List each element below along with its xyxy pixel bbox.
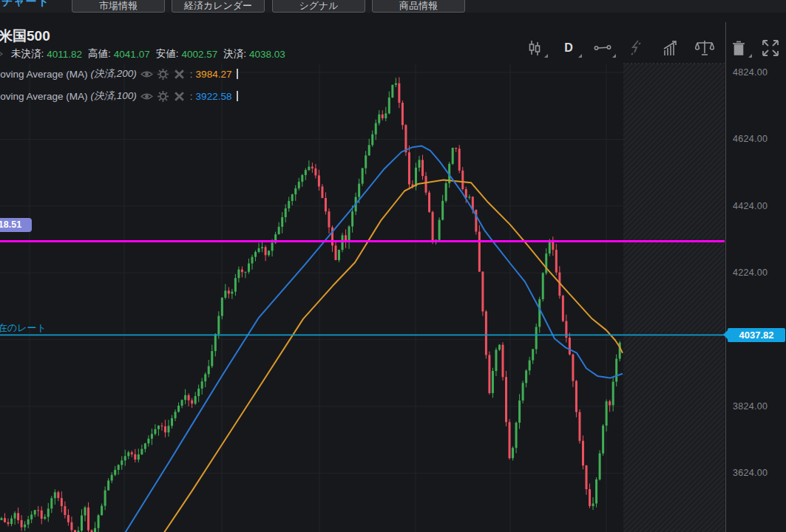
legend-ma200[interactable]: Moving Average (MA) (決済,200) : 3984.27 <box>0 66 238 81</box>
current-rate-label: 現在のレート <box>0 321 47 335</box>
legend-divider <box>237 69 238 79</box>
interval-label: D <box>564 41 573 55</box>
axis-tick-label: 4824.00 <box>733 67 768 78</box>
dropdown-arrow <box>544 54 548 58</box>
chart-toolbar: D <box>518 35 786 61</box>
eye-icon[interactable] <box>0 49 5 59</box>
tab-signal[interactable]: シグナル <box>272 0 365 13</box>
ma200-value: 3984.27 <box>196 69 232 80</box>
legend-colon: : <box>190 69 193 80</box>
tab-bar: チャート 市場情報 経済カレンダー シグナル 商品情報 <box>0 0 786 13</box>
ma200-line <box>163 180 623 532</box>
tab-chart-active[interactable]: チャート <box>1 0 50 9</box>
axis-tick-label: 3624.00 <box>733 468 768 478</box>
tab-product-info[interactable]: 商品情報 <box>372 0 465 13</box>
candles <box>1 78 621 532</box>
gear-icon[interactable] <box>157 69 169 80</box>
high-label: 高値: <box>88 47 111 61</box>
delete-drawings-button[interactable] <box>722 36 756 60</box>
candle-style-button[interactable] <box>518 36 552 60</box>
interval-button[interactable]: D <box>552 36 586 60</box>
low-value: 4002.57 <box>181 49 217 60</box>
compare-button[interactable] <box>620 36 654 60</box>
axis-tick-label: 4224.00 <box>733 267 768 278</box>
open-label: 未決済: <box>11 47 44 61</box>
gear-icon[interactable] <box>157 91 169 102</box>
close-icon[interactable] <box>173 91 186 102</box>
indicator-params: (決済,200) <box>91 67 137 81</box>
indicator-name: Moving Average (MA) <box>0 69 88 80</box>
close-value: 4038.03 <box>249 49 285 60</box>
eye-icon[interactable] <box>140 91 153 102</box>
high-value: 4041.07 <box>114 49 150 60</box>
close-icon[interactable] <box>173 69 186 80</box>
legend-ma100[interactable]: Moving Average (MA) (決済,100) : 3922.58 <box>0 89 238 103</box>
indicator-params: (決済,100) <box>91 89 137 103</box>
legend-colon: : <box>190 91 193 102</box>
future-area-hatch <box>623 64 725 532</box>
dropdown-arrow <box>612 54 616 58</box>
ohlc-row: 未決済: 4011.82 高値: 4041.07 安値: 4002.57 決済:… <box>0 47 285 61</box>
current-price-badge: 4037.82 <box>728 328 785 342</box>
tab-market-info[interactable]: 市場情報 <box>72 0 165 13</box>
tab-economic-calendar[interactable]: 経済カレンダー <box>172 0 265 13</box>
symbol-title: 米国500 <box>0 27 50 46</box>
ma100-value: 3922.58 <box>196 91 232 102</box>
fullscreen-button[interactable] <box>756 36 785 60</box>
scale-settings-button[interactable] <box>688 36 722 60</box>
low-label: 安値: <box>156 47 179 61</box>
price-axis[interactable]: 4037.82 4824.004624.004424.004224.003824… <box>725 22 786 532</box>
close-label: 決済: <box>223 47 246 61</box>
alert-price-label[interactable]: 4318.51 <box>0 218 32 232</box>
ma100-line <box>123 146 623 532</box>
open-value: 4011.82 <box>47 49 82 60</box>
axis-tick-label: 4624.00 <box>733 134 768 144</box>
dropdown-arrow <box>578 54 582 58</box>
indicators-button[interactable] <box>654 36 688 60</box>
axis-tick-label: 3824.00 <box>733 401 768 412</box>
trend-line-tool-button[interactable] <box>586 36 620 60</box>
dropdown-arrow <box>748 54 752 58</box>
indicator-name: Moving Average (MA) <box>0 91 88 102</box>
legend-divider <box>237 91 238 101</box>
axis-tick-label: 4424.00 <box>733 201 768 211</box>
eye-icon[interactable] <box>140 69 153 80</box>
